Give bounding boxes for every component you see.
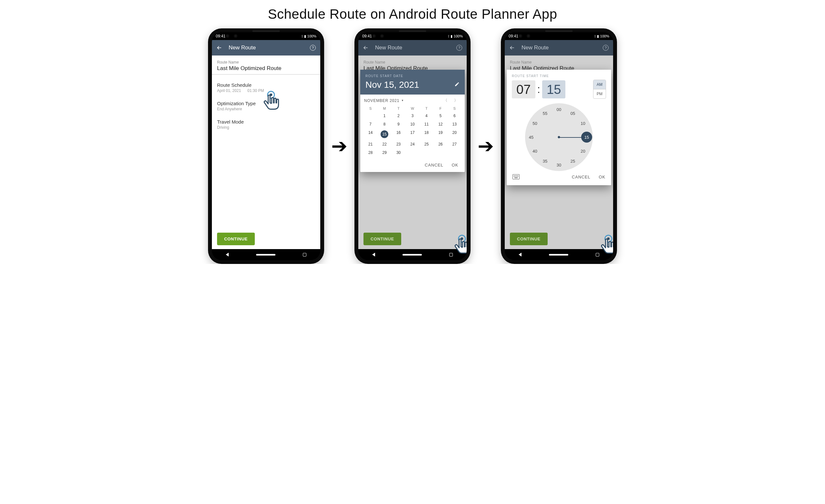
nav-back-icon[interactable] <box>372 253 375 257</box>
calendar-day[interactable]: 16 <box>391 128 405 140</box>
status-battery: 100% <box>307 34 316 38</box>
tap-pointer-icon <box>263 90 285 116</box>
calendar-day[interactable]: 10 <box>405 120 419 128</box>
calendar-dow: T <box>391 106 405 111</box>
calendar-day[interactable]: 18 <box>420 128 434 140</box>
calendar-day[interactable]: 6 <box>448 112 461 120</box>
back-icon[interactable] <box>362 44 369 51</box>
calendar-day[interactable]: 29 <box>377 148 391 157</box>
minute-box[interactable]: 15 <box>542 80 566 98</box>
clock-number[interactable]: 10 <box>581 121 585 126</box>
clock-number[interactable]: 00 <box>557 107 561 112</box>
back-icon[interactable] <box>509 44 516 51</box>
calendar-day[interactable]: 5 <box>434 112 447 120</box>
android-nav-bar <box>358 249 467 260</box>
help-icon[interactable]: ? <box>602 44 609 51</box>
clock-number[interactable]: 30 <box>557 163 561 167</box>
calendar-day[interactable]: 15 <box>377 128 391 140</box>
calendar-day[interactable]: 17 <box>405 128 419 140</box>
time-picker-title: ROUTE START TIME <box>507 70 611 78</box>
date-picker-selected: Nov 15, 2021 <box>365 80 419 90</box>
calendar-day[interactable]: 12 <box>434 120 447 128</box>
route-name-field[interactable]: Route Name Last Mile Optimized Route <box>217 60 315 72</box>
calendar-day[interactable]: 21 <box>364 140 377 148</box>
time-ok-button[interactable]: OK <box>599 174 605 179</box>
calendar-day[interactable]: 30 <box>391 148 405 157</box>
edit-date-icon[interactable] <box>454 82 460 88</box>
android-nav-bar <box>212 249 320 260</box>
route-name-value: Last Mile Optimized Route <box>217 65 315 72</box>
nav-back-icon[interactable] <box>226 253 229 257</box>
date-cancel-button[interactable]: CANCEL <box>425 163 443 167</box>
continue-button[interactable]: CONTINUE <box>217 233 255 245</box>
calendar-day[interactable]: 7 <box>364 120 377 128</box>
calendar-day[interactable]: 25 <box>420 140 434 148</box>
calendar-dow: F <box>434 106 447 111</box>
status-time: 09:41 <box>216 34 225 39</box>
month-dropdown-icon[interactable]: ▼ <box>401 99 404 102</box>
clock-number[interactable]: 50 <box>532 121 537 126</box>
nav-recent-icon[interactable] <box>303 253 306 257</box>
calendar-day[interactable]: 26 <box>434 140 447 148</box>
calendar-day[interactable]: 27 <box>448 140 461 148</box>
calendar-day[interactable]: 23 <box>391 140 405 148</box>
clock-number[interactable]: 45 <box>529 135 533 140</box>
keyboard-icon[interactable] <box>513 174 520 179</box>
calendar-day[interactable]: 8 <box>377 120 391 128</box>
calendar-day[interactable]: 24 <box>405 140 419 148</box>
clock-number[interactable]: 55 <box>543 111 547 116</box>
appbar-title: New Route <box>522 45 602 51</box>
status-battery: 100% <box>600 34 609 38</box>
pm-option[interactable]: PM <box>593 89 606 98</box>
android-nav-bar <box>505 249 613 260</box>
calendar-day[interactable]: 14 <box>364 128 377 140</box>
calendar-dow: M <box>377 106 391 111</box>
nav-home-icon[interactable] <box>256 254 276 256</box>
am-option[interactable]: AM <box>593 80 606 89</box>
clock-number[interactable]: 35 <box>543 159 547 163</box>
travel-mode-title: Travel Mode <box>217 119 315 125</box>
travel-mode-row[interactable]: Travel Mode Driving <box>217 119 315 130</box>
calendar-day[interactable]: 11 <box>420 120 434 128</box>
nav-home-icon[interactable] <box>402 254 422 256</box>
back-icon[interactable] <box>216 44 223 51</box>
calendar-day[interactable]: 20 <box>448 128 461 140</box>
calendar-day[interactable]: 28 <box>364 148 377 157</box>
flow-arrow-icon: ➔ <box>331 137 347 156</box>
hour-box[interactable]: 07 <box>512 80 535 98</box>
calendar-day[interactable]: 2 <box>391 112 405 120</box>
nav-recent-icon[interactable] <box>596 253 599 257</box>
calendar-day[interactable]: 13 <box>448 120 461 128</box>
calendar-day[interactable]: 19 <box>434 128 447 140</box>
nav-back-icon[interactable] <box>519 253 522 257</box>
date-ok-button[interactable]: OK <box>452 163 458 167</box>
ampm-toggle[interactable]: AM PM <box>593 80 606 99</box>
nav-home-icon[interactable] <box>549 254 568 256</box>
flow-arrow-icon: ➔ <box>478 137 494 156</box>
time-picker-modal: ROUTE START TIME 07 : 15 AM PM <box>507 70 611 185</box>
calendar-day[interactable]: 4 <box>420 112 434 120</box>
clock-number[interactable]: 40 <box>532 149 537 154</box>
time-cancel-button[interactable]: CANCEL <box>572 174 591 179</box>
next-month-icon[interactable]: 〉 <box>454 98 458 103</box>
continue-button: CONTINUE <box>510 233 548 245</box>
clock-face[interactable]: 00051015202530354045505515 <box>525 103 593 171</box>
help-icon[interactable]: ? <box>309 44 316 51</box>
calendar-day[interactable]: 9 <box>391 120 405 128</box>
clock-number[interactable]: 20 <box>581 149 585 154</box>
travel-mode-value: Driving <box>217 125 315 130</box>
clock-hand <box>559 137 584 138</box>
help-icon[interactable]: ? <box>456 44 463 51</box>
clock-number[interactable]: 05 <box>571 111 575 116</box>
clock-selected-knob[interactable]: 15 <box>581 132 592 143</box>
calendar-day[interactable]: 3 <box>405 112 419 120</box>
calendar-day <box>405 148 419 157</box>
prev-month-icon[interactable]: 〈 <box>443 98 448 103</box>
route-name-label: Route Name <box>364 60 461 65</box>
appbar-title: New Route <box>375 45 456 51</box>
calendar-month-label[interactable]: NOVEMBER 2021 <box>364 98 399 103</box>
calendar-day[interactable]: 1 <box>377 112 391 120</box>
clock-number[interactable]: 25 <box>571 159 575 163</box>
calendar-day[interactable]: 22 <box>377 140 391 148</box>
nav-recent-icon[interactable] <box>449 253 453 257</box>
